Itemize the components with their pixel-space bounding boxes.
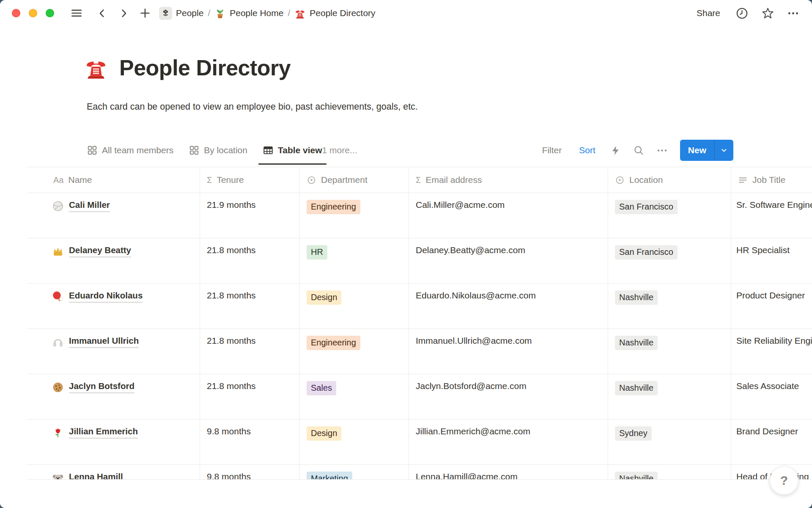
table-row-jaclyn-botsford: Jaclyn Botsford21.8 monthsSalesJaclyn.Bo… [27,374,812,420]
name-cell[interactable]: Delaney Beatty [27,238,200,283]
location-cell[interactable]: Nashville [608,465,731,480]
location-tag: Nashville [615,290,658,305]
tenure-cell[interactable]: 21.8 months [200,284,300,329]
person-page-link[interactable]: Immanuel Ullrich [69,336,139,348]
person-page-link[interactable]: Lenna Hamill [69,472,123,480]
job-title-cell[interactable]: HR Specialist [731,238,812,283]
column-header-tenure[interactable]: ΣTenure [200,167,300,193]
sort-button[interactable]: Sort [576,145,598,156]
name-cell[interactable]: Eduardo Nikolaus [27,284,200,329]
rose-icon [52,427,63,438]
name-cell[interactable]: Jillian Emmerich [27,420,200,464]
person-page-link[interactable]: Jillian Emmerich [69,426,138,439]
filter-button[interactable]: Filter [540,145,565,156]
red-phone-icon [294,8,306,19]
location-cell[interactable]: San Francisco [608,238,731,283]
sidebar-toggle-icon[interactable] [70,7,83,19]
tenure-cell[interactable]: 21.8 months [200,238,300,283]
job-title-cell[interactable]: Sales Associate [731,374,812,419]
zoom-window-button[interactable] [46,9,54,17]
workspace-icon-box [159,7,172,20]
name-cell[interactable]: Cali Miller [27,193,200,238]
forward-icon[interactable] [118,8,129,19]
select-icon [307,175,316,185]
name-cell[interactable]: Lenna Hamill [27,465,200,480]
email-cell[interactable]: Immanuel.Ullrich@acme.com [409,329,608,374]
job-title-cell[interactable]: Site Reliability Engineer [731,329,812,374]
new-page-icon[interactable] [139,7,151,19]
table-row-delaney-beatty: Delaney Beatty21.8 monthsHRDelaney.Beatt… [27,238,812,284]
more-views-button[interactable]: 1 more... [322,145,357,155]
page-title[interactable]: People Directory [119,55,291,80]
location-cell[interactable]: San Francisco [608,193,731,238]
person-page-link[interactable]: Cali Miller [69,200,110,212]
topbar-actions: Share [694,7,812,20]
name-cell[interactable]: Jaclyn Botsford [27,374,200,419]
view-settings-icon[interactable] [656,145,668,156]
location-cell[interactable]: Nashville [608,284,731,329]
department-cell[interactable]: Sales [300,374,409,419]
new-button[interactable]: New [680,140,733,161]
email-cell[interactable]: Lenna.Hamill@acme.com [409,465,608,480]
location-cell[interactable]: Sydney [608,420,731,464]
favorite-star-icon[interactable] [761,7,774,20]
name-cell[interactable]: Immanuel Ullrich [27,329,200,374]
tenure-cell[interactable]: 21.9 months [200,193,300,238]
column-header-label: Email address [425,175,482,185]
column-header-location[interactable]: Location [608,167,731,193]
location-cell[interactable]: Nashville [608,374,731,419]
new-dropdown-button[interactable] [714,140,733,161]
chevron-down-icon [719,146,729,155]
tab-all-team-members[interactable]: All team members [87,134,173,167]
more-options-icon[interactable] [787,7,799,19]
department-tag: Marketing [307,472,352,480]
email-cell[interactable]: Eduardo.Nikolaus@acme.com [409,284,608,329]
email-cell[interactable]: Delaney.Beatty@acme.com [409,238,608,283]
department-cell[interactable]: Engineering [300,329,409,374]
department-tag: Sales [307,381,336,395]
person-page-link[interactable]: Jaclyn Botsford [69,381,134,393]
breadcrumb-item-people[interactable]: People [159,7,203,20]
lightning-icon[interactable] [610,145,621,156]
job-title-cell[interactable]: Product Designer [731,284,812,329]
department-cell[interactable]: HR [300,238,409,283]
email-cell[interactable]: Cali.Miller@acme.com [409,193,608,238]
gallery-icon [87,145,98,156]
tenure-cell[interactable]: 21.8 months [200,329,300,374]
workspace-flower-icon [161,8,170,18]
department-cell[interactable]: Design [300,284,409,329]
column-header-name[interactable]: AaName [27,167,200,193]
table-row-cali-miller: Cali Miller21.9 monthsEngineeringCali.Mi… [27,193,812,238]
location-cell[interactable]: Nashville [608,329,731,374]
red-phone-icon[interactable] [84,55,108,80]
column-header-department[interactable]: Department [300,167,409,193]
department-cell[interactable]: Marketing [300,465,409,480]
person-page-link[interactable]: Delaney Beatty [69,245,131,257]
search-icon[interactable] [633,145,644,156]
department-cell[interactable]: Engineering [300,193,409,238]
tenure-cell[interactable]: 21.8 months [200,374,300,419]
breadcrumb-item-people-directory[interactable]: People Directory [294,8,375,19]
email-cell[interactable]: Jillian.Emmerich@acme.com [409,420,608,464]
job-title-cell[interactable]: Brand Designer [731,420,812,464]
close-window-button[interactable] [12,9,20,17]
page-description[interactable]: Each card can be opened to view an emplo… [87,102,418,112]
email-cell[interactable]: Jaclyn.Botsford@acme.com [409,374,608,419]
job-title-cell[interactable]: Sr. Software Engineer [731,193,812,238]
department-tag: Design [307,426,341,441]
minimize-window-button[interactable] [29,9,37,17]
new-button-label[interactable]: New [680,140,714,161]
tab-table-view[interactable]: Table view [263,134,322,167]
person-page-link[interactable]: Eduardo Nikolaus [69,290,143,303]
tab-by-location[interactable]: By location [189,134,247,167]
column-header-email-address[interactable]: ΣEmail address [409,167,608,193]
history-clock-icon[interactable] [735,7,749,20]
help-button[interactable]: ? [770,466,798,495]
tenure-cell[interactable]: 9.8 months [200,420,300,464]
back-icon[interactable] [96,8,108,19]
column-header-job-title[interactable]: Job Title [731,167,812,193]
department-cell[interactable]: Design [300,420,409,464]
share-button[interactable]: Share [694,8,723,19]
breadcrumb-item-people-home[interactable]: People Home [214,8,283,19]
tenure-cell[interactable]: 9.8 months [200,465,300,480]
